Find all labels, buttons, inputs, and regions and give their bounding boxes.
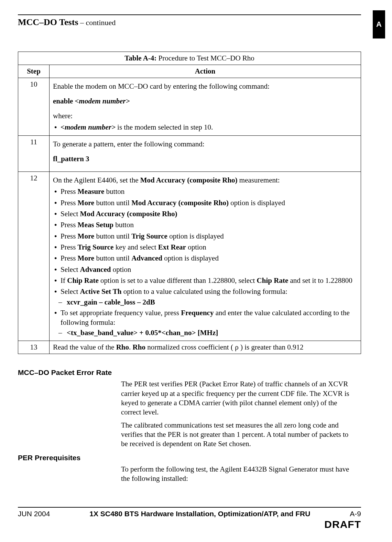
table-caption-text: Procedure to Test MCC–DO Rho [156,54,254,62]
t: Ext Rear [158,243,186,251]
bullet: Press More button until Trig Source opti… [53,231,357,241]
table-row: 11 To generate a pattern, enter the foll… [18,136,361,172]
paragraph: To perform the following test, the Agile… [121,465,355,484]
step-action: Read the value of the Rho. Rho normalize… [50,341,361,354]
t: Select [61,287,80,296]
t: To set appropriate frequency value, pres… [61,309,181,317]
t: Meas Setup [78,221,113,229]
text: To generate a pattern, enter the followi… [53,140,357,148]
t: Press [61,232,78,240]
section-tab-bar-top [373,10,385,19]
t: normalized cross coefficient ( ρ ) is gr… [145,343,304,351]
page-title-main: MCC–DO Tests [18,17,78,27]
t: button until [94,254,131,262]
t: More [78,232,95,240]
bullet: Press Measure button [53,187,357,196]
footer-page-number: A-9 [350,510,361,518]
t: option is displayed [229,199,285,207]
table-caption: Table A-4: Procedure to Test MCC–DO Rho [18,52,361,65]
t: Mod Accuracy (composite Rho) [131,199,229,207]
bullet: If Chip Rate option is set to a value di… [53,276,357,285]
bullet: <modem number> is the modem selected in … [53,122,357,132]
t: Advanced [80,265,111,274]
bullet-text: is the modem selected in step 10. [116,123,213,131]
t: option is set to a value different than … [99,276,257,285]
bullet: To set appropriate frequency value, pres… [53,308,357,328]
t: If [61,276,67,285]
t: More [78,199,95,207]
section-tab-letter: A [373,19,385,30]
bullet: Select Active Set Th option to a value c… [53,287,357,296]
step-number: 10 [18,78,50,136]
page-title-cont: – continued [78,18,116,27]
t: measurement: [238,176,280,184]
t: . [129,343,133,351]
step-number: 13 [18,341,50,354]
bullet: Press More button until Mod Accuracy (co… [53,198,357,208]
bullet-placeholder: <modem number> [61,123,116,131]
t: option is displayed [162,254,219,262]
text: Enable the modem on MCC–DO card by enter… [53,82,357,91]
step-number: 11 [18,136,50,172]
t: Select [61,265,80,274]
t: Mod Accuracy (composite Rho) [80,210,177,218]
where-label: where: [53,112,357,120]
dash-item: <tx_base_band_value> + 0.05*<chan_no> [M… [53,329,357,337]
command: fl_pattern 3 [53,155,357,163]
table-caption-label: Table A-4: [124,54,156,62]
section-tab-bar-bottom [373,30,385,38]
bullet: Press Meas Setup button [53,220,357,230]
t: key and select [113,243,158,251]
t: Press [61,254,78,262]
table-row: 10 Enable the modem on MCC–DO card by en… [18,78,361,136]
step-action: To generate a pattern, enter the followi… [50,136,361,172]
t: option [111,265,131,274]
cmd-prefix: enable [53,97,75,105]
dash-item: xcvr_gain – cable_loss – 2dB [53,298,357,307]
paragraph: The PER test verifies PER (Packet Error … [121,379,355,417]
page-title: MCC–DO Tests – continued [18,17,116,27]
footer-doc-title: 1X SC480 BTS Hardware Installation, Opti… [50,510,350,518]
section-body-per: The PER test verifies PER (Packet Error … [121,379,355,449]
t: Advanced [131,254,162,262]
bullet: Select Mod Accuracy (composite Rho) [53,209,357,219]
t: Chip Rate [257,276,288,285]
t: Frequency [181,309,214,317]
t: Press [61,199,78,207]
t: On the Agilent E4406, set the [53,176,140,184]
bullet: Press Trig Source key and select Ext Rea… [53,242,357,252]
section-tab: A [373,10,385,38]
t: option [186,243,206,251]
t: More [78,254,95,262]
table-row: 12 On the Agilent E4406, set the Mod Acc… [18,172,361,341]
step-action: On the Agilent E4406, set the Mod Accura… [50,172,361,341]
t: Mod Accuracy (composite Rho) [140,176,238,184]
procedure-table: Table A-4: Procedure to Test MCC–DO Rho … [18,52,361,354]
t: Select [61,210,80,218]
section-heading-per: MCC–DO Packet Error Rate [18,368,361,377]
t: Trig Source [131,232,167,240]
footer-rule [18,507,361,508]
t: Rho [116,343,129,351]
t: Press [61,243,78,251]
t: <tx_base_band_value> + 0.05*<chan_no> [M… [67,329,218,337]
col-step: Step [18,65,50,78]
t: Trig Source [78,243,114,251]
bullet: Select Advanced option [53,265,357,274]
t: Measure [78,187,105,196]
t: Read the value of the [53,343,116,351]
cmd-text: fl_pattern 3 [53,155,89,163]
t: button until [94,232,131,240]
table-row: 13 Read the value of the Rho. Rho normal… [18,341,361,354]
t: Press [61,221,78,229]
t: Active Set Th [80,287,122,296]
draft-stamp: DRAFT [18,519,361,530]
t: xcvr_gain – cable_loss – 2dB [67,298,155,306]
t: Chip Rate [67,276,99,285]
t: and set it to 1.228800 [288,276,352,285]
footer-date: JUN 2004 [18,510,50,518]
section-body-prereq: To perform the following test, the Agile… [121,465,355,484]
command: enable <modem number> [53,97,357,106]
t: button [104,187,124,196]
header-rule [18,14,361,15]
